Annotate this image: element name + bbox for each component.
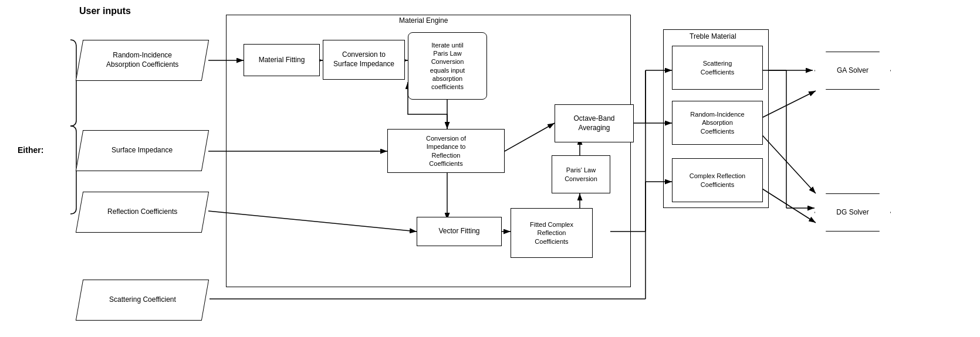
surface-impedance-input: Surface Impedance: [76, 130, 209, 171]
dg-solver-hex: DG Solver: [815, 193, 891, 232]
reflection-coefficients-input: Reflection Coefficients: [76, 192, 209, 233]
paris-law-box: Paris' LawConversion: [552, 155, 610, 193]
material-engine-label: Material Engine: [399, 16, 448, 25]
either-label: Either:: [18, 145, 43, 155]
user-inputs-label: User inputs: [79, 6, 131, 16]
treble-sc-box: ScatteringCoefficients: [672, 46, 763, 90]
vector-fitting-box: Vector Fitting: [417, 217, 502, 246]
random-incidence-input: Random-IncidenceAbsorption Coefficients: [76, 40, 209, 81]
conversion-surface-impedance-box: Conversion toSurface Impedance: [323, 40, 405, 80]
treble-ri-box: Random-IncidenceAbsorptionCoefficients: [672, 101, 763, 145]
scattering-coefficient-input: Scattering Coefficient: [76, 280, 209, 321]
material-fitting-box: Material Fitting: [244, 44, 320, 76]
iterate-paris-box: Iterate untilParis LawConversionequals i…: [408, 32, 487, 100]
ga-solver-hex: GA Solver: [815, 52, 891, 90]
fitted-complex-box: Fitted ComplexReflectionCoefficients: [511, 208, 593, 258]
octave-band-box: Octave-BandAveraging: [555, 104, 634, 142]
conversion-impedance-box: Conversion ofImpedance toReflectionCoeff…: [387, 129, 505, 173]
treble-material-label: Treble Material: [690, 32, 736, 40]
treble-crc-box: Complex ReflectionCoefficients: [672, 158, 763, 202]
